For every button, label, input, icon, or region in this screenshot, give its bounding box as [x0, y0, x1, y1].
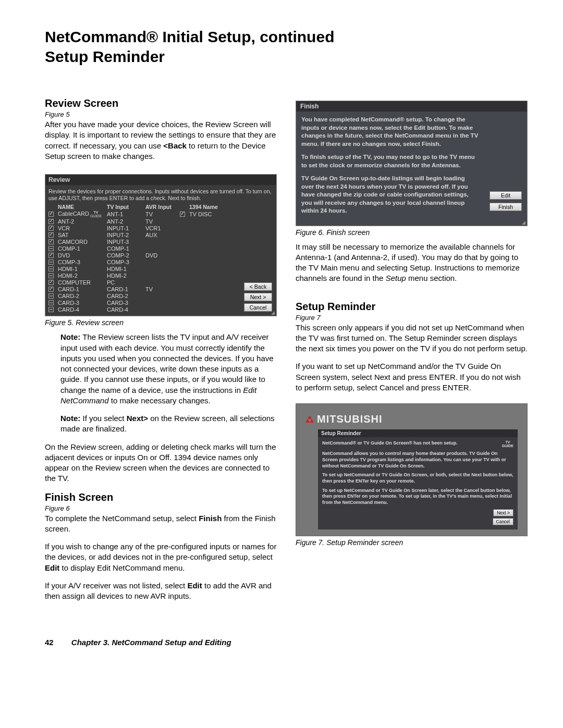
tv-input: COMP-1: [107, 245, 143, 252]
fig5-cancel-button: Cancel: [244, 303, 272, 312]
figure-ref: Figure 6: [45, 504, 277, 512]
col-1394: 1394 Name: [189, 204, 226, 210]
tv-input: INPUT-2: [107, 232, 143, 238]
tv-input: ANT-1: [107, 211, 143, 217]
device-name: DVD: [58, 252, 105, 258]
checkbox-icon: [48, 239, 54, 244]
device-name: COMP-3: [58, 259, 105, 265]
device-name: COMP-1: [58, 245, 105, 252]
fig7-title: Setup Reminder: [318, 429, 518, 437]
checkbox-icon: [48, 226, 54, 231]
device-name: HDMI-2: [58, 273, 105, 279]
right-column: Finish You have completed NetCommand® se…: [296, 97, 528, 609]
right-p1: It may still be necessary to memorize th…: [296, 242, 528, 284]
device-name: CableCARDTVGUIDE: [58, 211, 105, 218]
col-tvinput: TV Input: [107, 204, 143, 210]
page-title: NetCommand® Initial Setup, continued Set…: [45, 27, 528, 66]
fig6-title: Finish: [296, 101, 527, 112]
finish-p2: If you wish to change any of the pre-con…: [45, 541, 277, 573]
setup-p2: If you want to set up NetCommand and/or …: [296, 361, 528, 393]
finish-p3: If your A/V receiver was not listed, sel…: [45, 581, 277, 602]
review-heading: Review Screen: [45, 97, 277, 109]
fig7-p1: NetCommand® or TV Guide On Screen® has n…: [322, 440, 513, 448]
checkbox-icon: [48, 293, 54, 299]
figure6-caption: Figure 6. Finish screen: [296, 228, 528, 237]
finish-heading: Finish Screen: [45, 491, 277, 503]
device-name: VCR: [58, 225, 105, 231]
figure7-caption: Figure 7. Setup Reminder screen: [296, 538, 528, 547]
fig7-p3: To set up NetCommand or TV Guide On Scre…: [322, 472, 513, 484]
device-name: CARD-1: [58, 286, 105, 292]
fig5-next-button: Next >: [244, 293, 272, 301]
tv-input: HDMI-1: [107, 266, 143, 272]
review-paragraph2: On the Review screen, adding or deleting…: [45, 442, 277, 484]
figure5-caption: Figure 5. Review screen: [45, 318, 277, 327]
checkbox-icon: [48, 273, 54, 278]
resize-icon: ◢: [271, 311, 275, 315]
fig5-back-button: < Back: [244, 282, 272, 291]
chapter-label: Chapter 3. NetCommand Setup and Editing: [71, 638, 231, 647]
tv-input: HDMI-2: [107, 273, 143, 279]
figure7-setup-reminder-screenshot: MITSUBISHI Setup Reminder NetCommand® or…: [296, 403, 528, 536]
mitsubishi-icon: [305, 415, 314, 424]
setup-p1: This screen only appears if you did not …: [296, 323, 528, 354]
checkbox-icon: [48, 266, 54, 272]
figure-ref: Figure 5: [45, 110, 277, 118]
fig7-p4: To set up NetCommand or TV Guide On Scre…: [322, 488, 513, 506]
finish-p1: To complete the NetCommand setup, select…: [45, 513, 277, 535]
col-name: NAME: [58, 204, 105, 210]
device-name: ANT-2: [58, 218, 105, 225]
avr-input: TV: [145, 218, 178, 225]
checkbox-icon: [48, 287, 54, 292]
mitsubishi-logo: MITSUBISHI: [305, 413, 518, 425]
tv-guide-icon: TVGUIDE: [502, 440, 513, 448]
note1: Note: The Review screen lists the TV inp…: [60, 332, 277, 406]
tv-input: ANT-2: [107, 218, 143, 225]
fig6-p1: You have completed NetCommand® setup. To…: [301, 116, 479, 148]
1394-name: TV DISC: [189, 211, 226, 217]
device-name: CARD-2: [58, 293, 105, 299]
fig6-edit-button: Edit: [489, 191, 522, 200]
checkbox-icon: [48, 212, 54, 217]
figure-ref: Figure 7: [296, 314, 528, 322]
device-name: CARD-3: [58, 300, 105, 306]
fig5-intro: Review the devices for proper connection…: [48, 188, 273, 202]
device-name: HDMI-1: [58, 266, 105, 272]
tv-input: COMP-3: [107, 259, 143, 265]
tv-input: COMP-2: [107, 252, 143, 258]
resize-icon: ◢: [522, 220, 526, 225]
device-name: CAMCORD: [58, 239, 105, 245]
avr-input: VCR1: [145, 225, 178, 231]
checkbox-icon: [48, 260, 54, 265]
tv-input: CARD-3: [107, 300, 143, 306]
tv-input: CARD-1: [107, 286, 143, 292]
checkbox-icon: [48, 307, 54, 312]
avr-input: AUX: [145, 232, 178, 238]
setup-reminder-heading: Setup Reminder: [296, 301, 528, 313]
fig5-title: Review: [45, 175, 276, 185]
device-name: COMPUTER: [58, 279, 105, 286]
col-avrinput: AVR Input: [145, 204, 178, 210]
fig7-p2: NetCommand allows you to control many ho…: [322, 451, 513, 469]
left-column: Review Screen Figure 5 After you have ma…: [45, 97, 277, 609]
checkbox-icon: [48, 232, 54, 238]
tv-input: INPUT-3: [107, 239, 143, 245]
fig6-p3: TV Guide On Screen up-to-date listings w…: [301, 175, 479, 215]
checkbox-icon: [48, 253, 54, 258]
fig6-p2: To finish setup of the TV, you may need …: [301, 153, 479, 169]
avr-input: DVD: [145, 252, 178, 258]
tv-input: CARD-4: [107, 306, 143, 313]
fig6-finish-button: Finish: [489, 203, 522, 211]
page-footer: 42 Chapter 3. NetCommand Setup and Editi…: [45, 638, 528, 647]
avr-input: TV: [145, 211, 178, 217]
fig7-next-button: Next >: [493, 509, 513, 516]
checkbox-icon: [180, 212, 185, 217]
review-paragraph: After you have made your device choices,…: [45, 119, 277, 162]
checkbox-icon: [48, 219, 54, 224]
note2: Note: If you select Next> on the Review …: [60, 413, 277, 435]
tv-input: PC: [107, 279, 143, 286]
avr-input: TV: [145, 286, 178, 292]
device-name: CARD-4: [58, 306, 105, 313]
checkbox-icon: [48, 300, 54, 305]
tv-input: CARD-2: [107, 293, 143, 299]
